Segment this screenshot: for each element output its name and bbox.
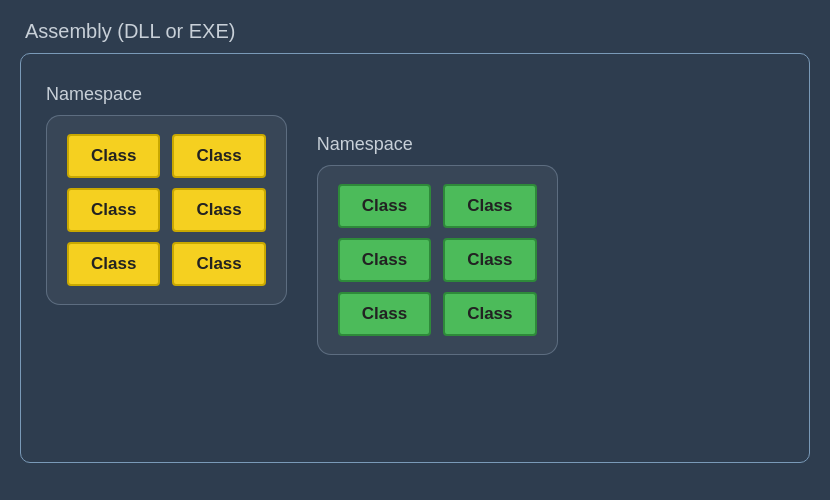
class-item: Class	[338, 184, 431, 228]
namespace-left-box: Class Class Class Class Class Class	[46, 115, 287, 305]
class-item: Class	[172, 188, 265, 232]
class-item: Class	[67, 188, 160, 232]
class-row: Class Class	[67, 188, 266, 232]
assembly-box: Namespace Class Class Class Class Class …	[20, 53, 810, 463]
class-row: Class Class	[67, 242, 266, 286]
class-item: Class	[67, 242, 160, 286]
namespace-left-label: Namespace	[46, 84, 287, 105]
assembly-label: Assembly (DLL or EXE)	[20, 20, 810, 43]
namespace-right-box: Class Class Class Class Class Class	[317, 165, 558, 355]
class-row: Class Class	[67, 134, 266, 178]
namespace-right: Namespace Class Class Class Class Class …	[317, 134, 558, 355]
class-row: Class Class	[338, 184, 537, 228]
class-item: Class	[443, 238, 536, 282]
class-row: Class Class	[338, 238, 537, 282]
class-item: Class	[338, 238, 431, 282]
class-item: Class	[443, 292, 536, 336]
namespace-left: Namespace Class Class Class Class Class …	[46, 84, 287, 305]
class-row: Class Class	[338, 292, 537, 336]
class-item: Class	[338, 292, 431, 336]
class-item: Class	[443, 184, 536, 228]
class-item: Class	[172, 242, 265, 286]
namespace-right-label: Namespace	[317, 134, 558, 155]
slide: Assembly (DLL or EXE) Namespace Class Cl…	[20, 20, 810, 480]
class-item: Class	[67, 134, 160, 178]
class-item: Class	[172, 134, 265, 178]
